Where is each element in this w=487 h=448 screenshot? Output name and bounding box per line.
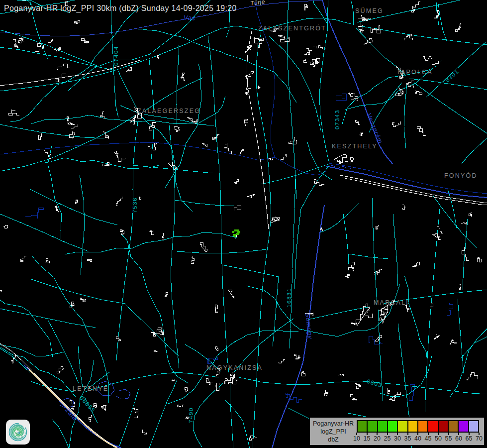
legend-tick-scale: 10152025303540455055606570 <box>357 433 479 445</box>
road-network <box>0 0 487 448</box>
legend-tick-label: 15 <box>364 435 371 442</box>
town-label: TAPOLCA <box>396 69 433 76</box>
legend-color-cell <box>469 421 478 432</box>
legend-tick-label: 55 <box>445 435 452 442</box>
town-label: SÜMEG <box>355 7 384 14</box>
town-label: MARCALI <box>374 299 409 306</box>
legend-station: Poganyvar-HR <box>313 420 354 428</box>
legend-tick-label: 20 <box>374 435 381 442</box>
road-number-label: 7536 <box>132 197 138 213</box>
water-lines <box>0 0 487 448</box>
town-label: FONYÓD <box>444 172 478 179</box>
legend-tick-label: 60 <box>455 435 462 442</box>
legend-tick-label: 35 <box>404 435 411 442</box>
legend-color-cell <box>439 421 448 432</box>
town-label: KESZTHELY <box>332 143 378 150</box>
county-label: Vas <box>183 14 196 22</box>
legend-tick-label: 10 <box>353 435 360 442</box>
radar-echo-pixel <box>232 231 234 233</box>
legend-tick-label: 70 <box>476 435 483 442</box>
legend: Poganyvar-HR logZ_PPI dbZ 10152025303540… <box>309 417 485 446</box>
legend-product: logZ_PPI <box>320 428 346 436</box>
town-label: ZALAEGERSZEG <box>137 108 200 114</box>
town-label: NAGYKANIZSA <box>206 364 263 371</box>
radar-echo-pixel <box>234 236 236 237</box>
spiral-icon <box>7 421 29 444</box>
map-title: Poganyvar-HR logZ_PPI 30km (dbZ) Sunday … <box>4 4 237 13</box>
road-number-label: 07404 <box>113 46 119 66</box>
legend-color-cell <box>428 421 437 432</box>
legend-colorbar <box>357 420 479 433</box>
legend-tick-label: 45 <box>425 435 432 442</box>
town-label: LETENYE <box>73 385 108 392</box>
legend-title-block: Poganyvar-HR logZ_PPI dbZ <box>311 419 356 444</box>
road-number-label: 7490 <box>188 407 194 423</box>
road-number-label: 16831 <box>286 288 292 308</box>
legend-unit: dbZ <box>328 436 339 444</box>
town-label: ZALASZENTGRÓT <box>258 25 326 32</box>
legend-color-cell <box>378 421 387 432</box>
legend-color-cell <box>358 421 367 432</box>
legend-color-cell <box>459 421 468 432</box>
legend-tick-label: 40 <box>414 435 421 442</box>
legend-tick-label: 30 <box>394 435 401 442</box>
legend-color-cell <box>388 421 397 432</box>
legend-color-cell <box>418 421 427 432</box>
storm-spiral-logo <box>6 420 30 445</box>
legend-color-cell <box>408 421 417 432</box>
legend-color-cell <box>449 421 458 432</box>
legend-tick-label: 50 <box>435 435 442 442</box>
legend-tick-label: 65 <box>466 435 473 442</box>
radar-echo-pixel <box>236 233 239 235</box>
radar-screen: Poganyvar-HR logZ_PPI 30km (dbZ) Sunday … <box>0 0 487 448</box>
legend-tick-label: 25 <box>384 435 391 442</box>
radar-map <box>0 0 487 448</box>
settlement-outlines <box>0 0 487 447</box>
legend-color-cell <box>368 421 377 432</box>
legend-color-cell <box>398 421 407 432</box>
road-number-label: 07343 <box>334 110 340 129</box>
